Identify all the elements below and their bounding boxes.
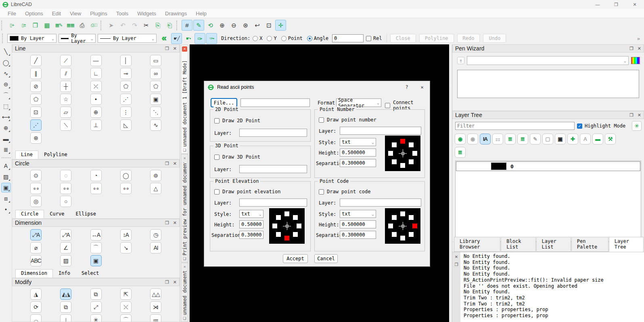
modify-move[interactable]: ◮ xyxy=(30,289,42,300)
separation-elevation-input[interactable] xyxy=(239,231,263,239)
menu-drawings[interactable]: Drawings xyxy=(161,10,191,17)
close-button[interactable]: ✕ xyxy=(625,0,644,9)
redo-action-button[interactable]: Redo xyxy=(457,34,480,43)
close-icon[interactable]: ✕ xyxy=(182,46,187,52)
new-from-template-button[interactable]: ▯± xyxy=(18,20,29,31)
tab-info[interactable]: Info xyxy=(53,269,76,278)
dock-tab-library-browser[interactable]: Library Browser xyxy=(454,237,500,252)
points-series-tool[interactable]: ⋰ xyxy=(120,94,132,105)
direction-angle-radio[interactable]: Angle xyxy=(307,36,328,41)
layer-filter-input[interactable] xyxy=(455,122,575,130)
file-button[interactable]: File... xyxy=(211,98,237,107)
back-button[interactable]: « xyxy=(158,33,170,44)
polygon-center-tangent[interactable]: ⬠ xyxy=(150,81,161,92)
accept-button[interactable]: Accept xyxy=(283,254,308,263)
single-point-tool[interactable]: • xyxy=(90,94,102,105)
rect-point-tool[interactable]: ▣ xyxy=(150,94,161,105)
paste-button[interactable]: ⎗ xyxy=(164,20,175,31)
pen-wizard-list[interactable] xyxy=(457,70,639,98)
modify-trim-two[interactable]: ⋊ xyxy=(150,301,161,313)
layers-hide-all-button[interactable]: ◉ xyxy=(467,134,478,144)
line-tangent-tool[interactable]: ⟍ xyxy=(60,119,71,131)
circle-tangent-two[interactable]: ∘∘ xyxy=(90,183,102,194)
layer-tree-settings-button[interactable]: ✳ xyxy=(632,121,642,131)
line-relative-angle[interactable]: ⤫ xyxy=(90,81,102,92)
layer-color-swatch[interactable] xyxy=(491,163,506,170)
circle-panel-header[interactable]: Circle ❐✕ xyxy=(12,159,180,167)
close-panel-icon[interactable]: ✕ xyxy=(173,161,177,166)
menu-view[interactable]: View xyxy=(65,10,86,17)
dimension-tools-button[interactable]: ⟷ xyxy=(1,112,11,122)
modify-move-copy[interactable]: ⧉ xyxy=(60,301,71,313)
close-panel-icon[interactable]: ✕ xyxy=(173,220,177,226)
dialog-close-button[interactable]: ✕ xyxy=(414,81,430,93)
triangle-tool[interactable]: ◺ xyxy=(120,119,132,131)
direction-point-radio[interactable]: Point xyxy=(281,36,303,41)
pen-pick-button[interactable]: ✑ xyxy=(194,33,205,44)
dim-diametric[interactable]: ⌀ xyxy=(30,242,42,253)
dim-leader[interactable]: ↘ xyxy=(120,242,132,253)
circle-center-radius[interactable]: ⊚ xyxy=(150,170,161,181)
layers-construction-button[interactable]: ⚏ xyxy=(492,134,503,144)
order-tools-button[interactable]: ≣ xyxy=(1,145,11,155)
menu-edit[interactable]: Edit xyxy=(48,10,65,17)
pen-wizard-combo[interactable]: ⌄ xyxy=(467,56,629,65)
text-tool[interactable]: AI xyxy=(150,242,161,253)
line-panel-header[interactable]: Line ❐✕ xyxy=(12,44,180,52)
dock-tab-layer-list[interactable]: Layer List xyxy=(536,237,571,252)
command-log[interactable]: No Entity found.No Entity found.No Entit… xyxy=(460,252,644,322)
tab-select[interactable]: Select xyxy=(76,269,105,278)
cancel-button[interactable]: Cancel xyxy=(314,254,338,263)
menu-plugins[interactable]: Plugins xyxy=(86,10,112,17)
line-two-points[interactable]: ╱ xyxy=(30,55,42,66)
parallelogram-tool[interactable]: ▱ xyxy=(60,107,71,118)
layer-edit-button[interactable]: ⚒ xyxy=(605,134,616,144)
layer-rename-button[interactable]: A xyxy=(580,134,591,144)
undo-action-button[interactable]: Undo xyxy=(483,34,506,43)
layer-number-input[interactable] xyxy=(340,127,421,135)
draw-2d-point-checkbox[interactable]: Draw 2D Point xyxy=(214,118,260,123)
tab-curve[interactable]: Curve xyxy=(44,210,70,218)
line-tools-button[interactable]: ╲ xyxy=(1,47,11,56)
layers-sort-button[interactable]: ≣ xyxy=(505,134,516,144)
circle-inscribed[interactable]: △ xyxy=(150,183,161,194)
modify-panel-header[interactable]: Modify ❐✕ xyxy=(12,278,180,286)
select-pointer-button[interactable]: ➤ xyxy=(106,20,117,31)
doc-tab-2[interactable]: ✕unnamed document 2* [Draft Mode]❏ xyxy=(181,263,188,322)
circle-tools-button[interactable]: ◯ xyxy=(1,58,11,67)
circle-ticks-tool[interactable]: ⊛ xyxy=(30,132,42,144)
close-command-icon[interactable]: ✕ xyxy=(455,255,458,259)
restore-button[interactable]: ❐ xyxy=(607,0,625,9)
circle-center-point[interactable]: ⊙ xyxy=(30,170,42,181)
style-code-select[interactable]: txt⌄ xyxy=(340,210,376,218)
rel-checkbox[interactable]: Rel xyxy=(366,36,382,41)
modify-stretch[interactable]: ⤢ xyxy=(90,301,102,313)
layer-remove-button[interactable]: ▬ xyxy=(592,134,603,144)
grid-toggle-button[interactable]: # xyxy=(182,20,192,31)
dimension-panel-header[interactable]: Dimension ❐✕ xyxy=(12,219,180,227)
curve-tools-button[interactable]: ⌒ xyxy=(1,90,11,100)
layer-code-input[interactable] xyxy=(340,199,421,207)
point-tool-button[interactable]: • xyxy=(1,205,11,214)
zoom-out-button[interactable]: ⊖ xyxy=(228,20,239,31)
draw-3d-point-checkbox[interactable]: Draw 3D Point xyxy=(214,154,260,160)
format-select[interactable]: Space Separator⌄ xyxy=(336,98,381,107)
redraw-button[interactable]: ⟲ xyxy=(205,20,216,31)
dialog-help-button[interactable]: ? xyxy=(399,81,414,93)
dock-tab-block-list[interactable]: Block List xyxy=(501,237,535,252)
copy-button[interactable]: ⎘ xyxy=(153,20,163,31)
toolbar-grip[interactable] xyxy=(176,21,180,30)
circle-concentric[interactable]: ◎ xyxy=(30,196,42,207)
layers-show-all-button[interactable]: ◉ xyxy=(455,134,466,144)
dim-aligned[interactable]: ⤢A xyxy=(30,229,42,240)
highlight-mode-checkbox[interactable]: ✓ xyxy=(577,123,582,129)
dim-radial[interactable]: ◷ xyxy=(150,229,161,240)
pen-wizard-header[interactable]: Pen Wizard ❐✕ xyxy=(452,44,644,52)
height-code-input[interactable] xyxy=(340,220,376,228)
circle-three-points[interactable]: ◯ xyxy=(120,170,132,181)
toolbar-overflow-icon[interactable]: » xyxy=(637,36,640,42)
read-ascii-points-tool[interactable]: ⋰ xyxy=(30,119,42,131)
modify-properties[interactable]: ≔ xyxy=(150,314,161,322)
draw-point-code-checkbox[interactable]: Draw point code xyxy=(319,189,370,194)
close-panel-icon[interactable]: ✕ xyxy=(638,46,641,51)
